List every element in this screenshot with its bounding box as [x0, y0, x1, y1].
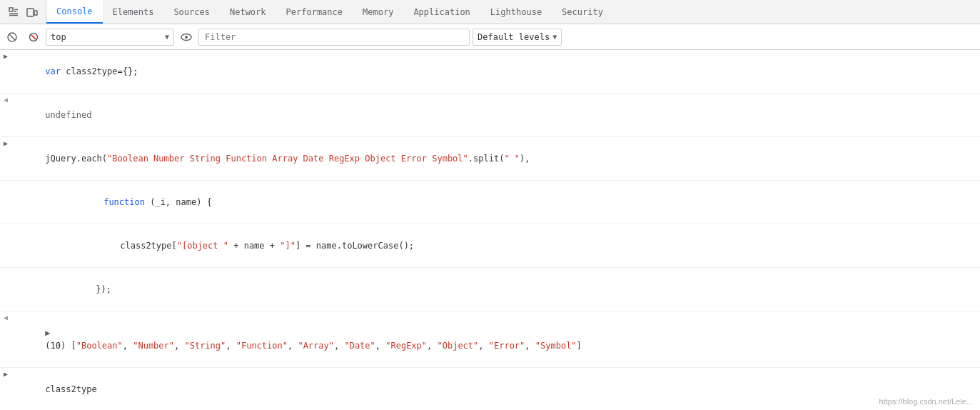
context-value: top — [51, 32, 66, 42]
line-content-1: var class2type={}; — [11, 51, 980, 92]
context-dropdown-arrow: ▼ — [165, 33, 169, 41]
tab-network[interactable]: Network — [220, 0, 276, 24]
line-content-2: undefined — [11, 94, 980, 136]
console-toolbar: top ▼ Default levels ▼ — [0, 24, 980, 50]
inspect-element-button[interactable] — [4, 3, 23, 21]
input-arrow-1: ▶ — [0, 51, 11, 60]
spacer-6 — [0, 269, 11, 270]
input-arrow-8: ▶ — [0, 369, 11, 378]
line-content-4: function (_i, name) { — [11, 181, 980, 223]
device-toolbar-button[interactable] — [23, 3, 41, 21]
tab-performance[interactable]: Performance — [276, 0, 353, 24]
console-line-1: ▶ var class2type={}; — [0, 50, 980, 94]
line-content-6: }); — [11, 269, 980, 310]
svg-point-12 — [185, 36, 188, 39]
svg-rect-5 — [27, 9, 34, 16]
spacer-4 — [0, 181, 11, 183]
output-arrow-7: ◀ — [0, 312, 11, 321]
clear-console-button[interactable] — [3, 28, 21, 46]
input-arrow-3: ▶ — [0, 138, 11, 147]
spacer-5 — [0, 225, 11, 226]
console-line-4: function (_i, name) { — [0, 181, 980, 224]
filter-button[interactable] — [24, 28, 43, 46]
expand-array-arrow[interactable]: ▶ — [45, 326, 54, 339]
tab-application[interactable]: Application — [403, 0, 480, 24]
levels-label: Default levels — [478, 32, 550, 42]
line-content-3: jQuery.each("Boolean Number String Funct… — [11, 138, 980, 179]
filter-input[interactable] — [198, 29, 470, 46]
line-content-7: ▶ (10) ["Boolean", "Number", "String", "… — [11, 312, 980, 366]
tab-security[interactable]: Security — [552, 0, 613, 24]
console-output: ▶ var class2type={}; ◀ undefined ▶ jQuer… — [0, 50, 980, 410]
tab-sources[interactable]: Sources — [163, 0, 220, 24]
line-content-5: class2type["[object " + name + "]"] = na… — [11, 225, 980, 266]
tab-lighthouse[interactable]: Lighthouse — [480, 0, 552, 24]
console-line-5: class2type["[object " + name + "]"] = na… — [0, 224, 980, 268]
svg-rect-0 — [9, 8, 13, 11]
levels-selector[interactable]: Default levels ▼ — [473, 29, 562, 46]
devtools-icons — [0, 0, 46, 24]
line-content-8: class2type — [11, 369, 980, 410]
svg-line-10 — [31, 35, 36, 39]
console-line-6: }); — [0, 268, 980, 311]
console-line-3: ▶ jQuery.each("Boolean Number String Fun… — [0, 137, 980, 181]
tab-memory[interactable]: Memory — [353, 0, 403, 24]
console-line-7: ◀ ▶ (10) ["Boolean", "Number", "String",… — [0, 311, 980, 368]
eye-button[interactable] — [177, 28, 196, 46]
console-line-8: ▶ class2type — [0, 368, 980, 410]
console-line-2: ◀ undefined — [0, 94, 980, 137]
svg-line-8 — [9, 34, 15, 40]
tab-bar: Console Elements Sources Network Perform… — [0, 0, 980, 24]
svg-rect-6 — [34, 11, 37, 15]
tab-elements[interactable]: Elements — [103, 0, 164, 24]
watermark: https://blog.csdn.net/Lele... — [879, 397, 973, 406]
context-selector[interactable]: top ▼ — [46, 29, 174, 46]
levels-arrow: ▼ — [552, 33, 557, 41]
tab-console[interactable]: Console — [46, 0, 103, 24]
output-arrow-2: ◀ — [0, 94, 11, 104]
